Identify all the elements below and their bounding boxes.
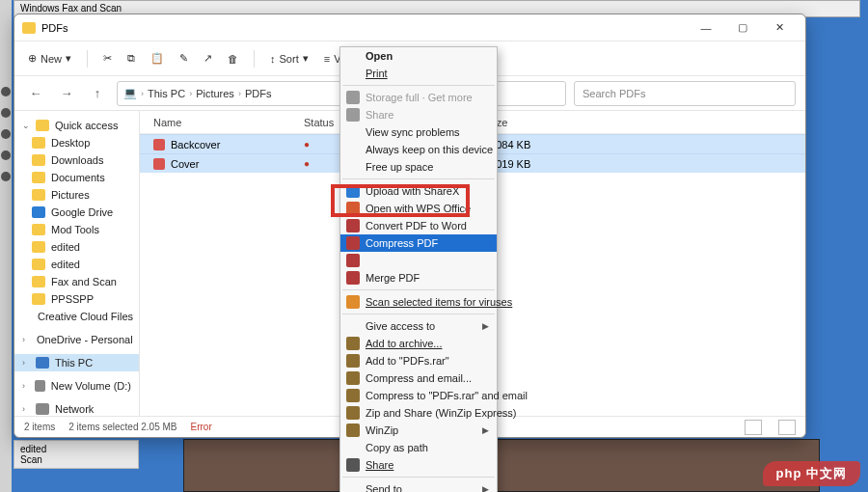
sidebar-item-googledrive[interactable]: Google Drive (14, 204, 139, 221)
cut-icon[interactable]: ✂ (103, 52, 112, 65)
sidebar-new-volume[interactable]: ›New Volume (D:) (14, 377, 139, 395)
drive-icon (35, 380, 45, 392)
minimize-button[interactable]: — (688, 14, 724, 41)
ctx-keep-device[interactable]: Always keep on this device (340, 141, 497, 158)
thumbnails-view-button[interactable] (778, 420, 796, 435)
ctx-blank[interactable] (340, 252, 497, 269)
taskbar-icon[interactable] (1, 129, 11, 139)
folder-icon (32, 293, 45, 305)
copy-icon[interactable]: ⧉ (127, 52, 135, 65)
ctx-label: Upload with ShareX (366, 186, 459, 197)
rar-icon (346, 337, 360, 350)
share-icon (346, 108, 360, 122)
background-window-title: Windows Fax and Scan (20, 3, 122, 14)
chevron-right-icon: ▶ (482, 322, 489, 331)
sidebar-quick-access[interactable]: ⌄Quick access (14, 117, 139, 134)
ctx-add-archive[interactable]: Add to archive... (340, 335, 497, 352)
sidebar-item-documents[interactable]: Documents (14, 169, 139, 186)
forward-button[interactable]: → (55, 86, 78, 100)
new-button[interactable]: ⊕ New ▾ (28, 52, 71, 65)
taskbar-icon[interactable] (1, 172, 11, 181)
sidebar-item-label: Creative Cloud Files (38, 311, 133, 322)
sidebar-item-edited[interactable]: edited (14, 256, 139, 273)
cloud-icon (346, 91, 360, 104)
shield-icon (346, 295, 360, 309)
ctx-compress-pdf[interactable]: Compress PDF (340, 234, 497, 252)
ctx-winzip[interactable]: WinZip▶ (340, 422, 497, 439)
sidebar-item-ppsspp[interactable]: PPSSPP (14, 290, 139, 308)
sidebar-onedrive[interactable]: ›OneDrive - Personal (14, 331, 139, 348)
watermark-text: php 中文网 (776, 466, 847, 480)
separator (87, 50, 88, 68)
sidebar-this-pc[interactable]: ›This PC (14, 354, 139, 371)
taskbar-icon[interactable] (1, 87, 11, 96)
breadcrumb[interactable]: Pictures (196, 88, 234, 99)
rename-icon[interactable]: ✎ (179, 52, 188, 65)
ctx-print[interactable]: Print (340, 65, 497, 82)
col-name[interactable]: Name (140, 117, 304, 128)
up-button[interactable]: ↑ (86, 86, 109, 100)
sidebar-item-label: Pictures (51, 189, 90, 201)
paste-icon[interactable]: 📋 (150, 52, 164, 65)
breadcrumb[interactable]: PDFs (245, 88, 272, 99)
sidebar-item-faxscan[interactable]: Fax and Scan (14, 273, 139, 290)
ctx-give-access[interactable]: Give access to▶ (340, 317, 497, 335)
ctx-zip-share[interactable]: Zip and Share (WinZip Express) (340, 404, 497, 422)
wps-icon (346, 202, 360, 215)
back-button[interactable]: ← (24, 86, 47, 100)
ctx-compress-email[interactable]: Compress and email... (340, 369, 497, 387)
taskbar-icon[interactable] (1, 108, 11, 118)
pdf-icon (346, 271, 360, 285)
ctx-compress-rar-email[interactable]: Compress to "PDFs.rar" and email (340, 387, 497, 404)
delete-icon[interactable]: 🗑 (228, 53, 238, 65)
chevron-right-icon: ▶ (482, 485, 489, 493)
sidebar-item-downloads[interactable]: Downloads (14, 151, 139, 169)
ctx-send-to[interactable]: Send to▶ (340, 480, 497, 492)
ctx-label: Zip and Share (WinZip Express) (366, 408, 517, 419)
separator (254, 50, 255, 68)
ctx-view-sync[interactable]: View sync problems (340, 123, 497, 141)
taskbar-icon[interactable] (1, 150, 11, 160)
file-name: Cover (171, 158, 199, 170)
status-item-count: 2 items (24, 422, 55, 432)
ctx-label: Share (366, 460, 393, 471)
sidebar-item-edited[interactable]: edited (14, 238, 139, 256)
sidebar-item-label: Documents (51, 172, 105, 183)
ctx-add-rar[interactable]: Add to "PDFs.rar" (340, 352, 497, 369)
ctx-label: Open (366, 51, 393, 62)
ctx-separator (342, 289, 495, 290)
chevron-right-icon: › (238, 89, 241, 98)
sidebar-item-label: Mod Tools (51, 224, 99, 235)
sort-button[interactable]: ↕ Sort ▾ (270, 52, 309, 65)
ctx-convert-word[interactable]: Convert PDF to Word (340, 217, 497, 234)
ctx-copy-path[interactable]: Copy as path (340, 439, 497, 456)
file-name: Backcover (171, 139, 220, 150)
titlebar[interactable]: PDFs — ▢ ✕ (14, 14, 805, 41)
sidebar-item-modtools[interactable]: Mod Tools (14, 221, 139, 238)
ctx-label: Merge PDF (366, 273, 420, 284)
sidebar-item-ccf[interactable]: Creative Cloud Files (14, 308, 139, 325)
maximize-button[interactable]: ▢ (724, 14, 761, 41)
folder-icon (32, 172, 45, 183)
ctx-separator (342, 178, 495, 179)
ctx-upload-sharex[interactable]: Upload with ShareX (340, 182, 497, 200)
breadcrumb[interactable]: This PC (148, 88, 185, 99)
ctx-merge-pdf[interactable]: Merge PDF (340, 269, 497, 287)
ctx-share[interactable]: Share (340, 456, 497, 474)
ctx-open[interactable]: Open (340, 47, 497, 65)
sidebar-item-label: edited (51, 241, 80, 253)
close-button[interactable]: ✕ (761, 14, 798, 41)
ctx-scan-virus[interactable]: Scan selected items for viruses (340, 293, 497, 311)
pdf-icon (346, 219, 360, 232)
ctx-separator (342, 477, 495, 478)
ctx-free-space[interactable]: Free up space (340, 158, 497, 176)
details-view-button[interactable] (745, 420, 762, 435)
sidebar-item-desktop[interactable]: Desktop (14, 134, 139, 151)
folder-icon (32, 224, 45, 235)
ctx-open-wps[interactable]: Open with WPS Office (340, 200, 497, 217)
navigation-pane[interactable]: ⌄Quick access Desktop Downloads Document… (14, 111, 140, 416)
share-icon[interactable]: ↗ (203, 52, 212, 65)
sidebar-network[interactable]: ›Network (14, 400, 139, 416)
sidebar-item-pictures[interactable]: Pictures (14, 186, 139, 204)
search-input[interactable]: Search PDFs (574, 81, 796, 106)
